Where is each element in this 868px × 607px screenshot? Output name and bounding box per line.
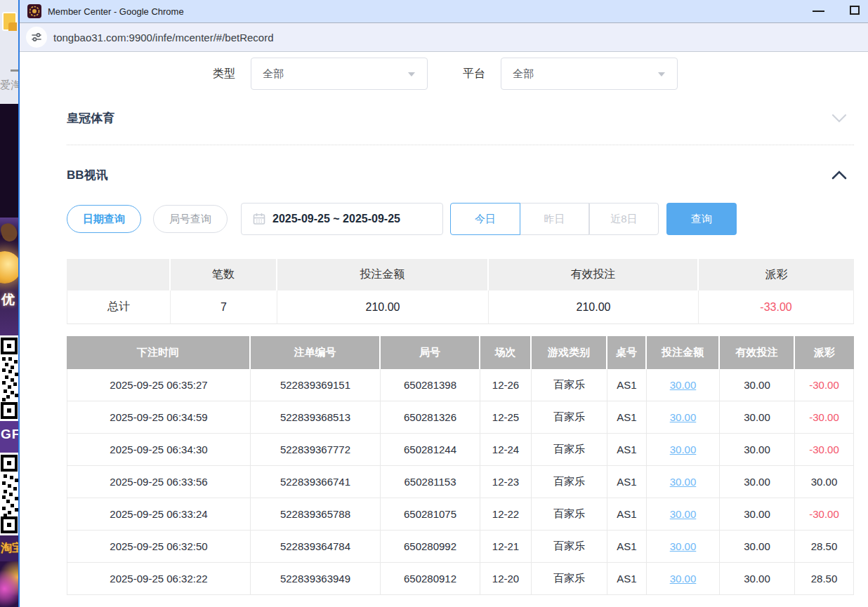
summary-header-empty — [67, 259, 171, 291]
bet-amount-link[interactable]: 30.00 — [647, 466, 720, 498]
browser-titlebar: Member Center - Google Chrome — [20, 0, 868, 23]
cell: 2025-09-25 06:32:50 — [67, 531, 251, 563]
summary-total-row: 总计 7 210.00 210.00 -33.00 — [67, 291, 854, 324]
table-body: 2025-09-25 06:35:27522839369151650281398… — [67, 369, 854, 595]
cell: 2025-09-25 06:33:56 — [67, 466, 251, 498]
type-filter-label: 类型 — [213, 58, 235, 90]
table-row: 2025-09-25 06:32:50522839364784650280992… — [67, 531, 854, 563]
column-header: 局号 — [381, 336, 480, 369]
site-settings-icon[interactable] — [26, 27, 47, 48]
cell: 百家乐 — [532, 369, 607, 401]
table-row: 2025-09-25 06:35:27522839369151650281398… — [67, 369, 854, 401]
column-header: 注单编号 — [251, 336, 381, 369]
summary-total-label: 总计 — [67, 291, 171, 324]
cell: AS1 — [607, 434, 647, 466]
cell: 12-24 — [480, 434, 532, 466]
cell: AS1 — [607, 563, 647, 595]
cell: 12-23 — [480, 466, 532, 498]
cell: 12-21 — [480, 531, 532, 563]
bet-amount-link[interactable]: 30.00 — [647, 401, 720, 434]
search-button[interactable]: 查询 — [666, 203, 737, 235]
cell: 650281075 — [381, 498, 480, 531]
cell: 12-20 — [480, 563, 532, 595]
bet-amount-link[interactable]: 30.00 — [647, 434, 720, 466]
cell: 百家乐 — [532, 498, 607, 531]
table-row: 2025-09-25 06:34:59522839368513650281326… — [67, 401, 854, 434]
cell: 522839368513 — [251, 401, 381, 434]
banner-graphic — [0, 222, 18, 244]
cell: 650281398 — [381, 369, 480, 401]
date-range-picker[interactable]: 2025-09-25 ~ 2025-09-25 — [241, 203, 443, 235]
cell: 650281244 — [381, 434, 480, 466]
gold-text-band: 淘宝 — [0, 535, 18, 561]
section-crown-sports[interactable]: 皇冠体育 — [67, 110, 114, 126]
cell: AS1 — [607, 498, 647, 531]
cell: 12-26 — [480, 369, 532, 401]
column-header: 派彩 — [795, 336, 854, 369]
table-row: 2025-09-25 06:32:22522839363949650280912… — [67, 563, 854, 595]
summary-header-count: 笔数 — [171, 259, 277, 291]
table-row: 2025-09-25 06:33:56522839366741650281153… — [67, 466, 854, 498]
qr-code-icon — [0, 453, 18, 535]
cell: 650280912 — [381, 563, 480, 595]
chevron-down-icon[interactable] — [831, 113, 848, 126]
quick-date-group: 今日 昨日 近8日 — [450, 203, 659, 235]
last-8-days-button[interactable]: 近8日 — [589, 203, 659, 235]
section-bb-video[interactable]: BB视讯 — [67, 167, 108, 183]
minimize-dash-icon — [11, 69, 18, 72]
cell: 12-25 — [480, 401, 532, 434]
cell: 28.50 — [795, 563, 854, 595]
cell: 百家乐 — [532, 531, 607, 563]
cell: AS1 — [607, 401, 647, 434]
summary-header-payout: 派彩 — [699, 259, 854, 291]
game-banner-edge: 优 — [0, 218, 18, 335]
webpage-dark-band — [0, 104, 18, 218]
cell: 百家乐 — [532, 434, 607, 466]
maximize-button[interactable] — [850, 6, 860, 15]
browser-address-bar[interactable]: tongbao31.com:9900/infe/mcenter/#/betRec… — [20, 23, 868, 52]
date-query-tab[interactable]: 日期查询 — [67, 205, 141, 233]
chevron-up-icon[interactable] — [831, 170, 848, 183]
query-controls: 日期查询 局号查询 2025-09-25 ~ 2025-09-25 今日 昨日 … — [67, 203, 737, 235]
bet-amount-link[interactable]: 30.00 — [647, 498, 720, 531]
url-text[interactable]: tongbao31.com:9900/infe/mcenter/#/betRec… — [53, 32, 274, 44]
neon-graphic-edge — [0, 561, 18, 607]
cell: 650281326 — [381, 401, 480, 434]
cell: 30.00 — [720, 434, 795, 466]
bet-amount-link[interactable]: 30.00 — [647, 563, 720, 595]
bet-record-page: 类型 全部 平台 全部 皇冠体育 BB视讯 日期查询 局号查询 — [20, 53, 868, 607]
platform-select[interactable]: 全部 — [501, 58, 678, 90]
summary-valid-bet-value: 210.00 — [489, 291, 699, 324]
today-button[interactable]: 今日 — [450, 203, 520, 235]
yesterday-button[interactable]: 昨日 — [520, 203, 589, 235]
section-divider — [67, 145, 854, 145]
cell: AS1 — [607, 531, 647, 563]
cell: -30.00 — [795, 369, 854, 401]
desktop-background-strip: 爱淘 优 GF — [0, 0, 18, 607]
cell: 30.00 — [720, 498, 795, 531]
bet-amount-link[interactable]: 30.00 — [647, 531, 720, 563]
cell: 12-22 — [480, 498, 532, 531]
calendar-icon — [253, 213, 265, 225]
banner-partial-text: GF — [1, 427, 18, 442]
site-favicon-icon — [27, 4, 41, 18]
browser-window: Member Center - Google Chrome tongbao31.… — [18, 0, 868, 607]
type-select[interactable]: 全部 — [251, 58, 428, 90]
cell: 650281153 — [381, 466, 480, 498]
cell: 百家乐 — [532, 401, 607, 434]
cell: 百家乐 — [532, 563, 607, 595]
column-header: 下注时间 — [67, 336, 251, 369]
column-header: 场次 — [480, 336, 532, 369]
banner-partial-text: 优 — [1, 291, 15, 309]
table-header-row: 下注时间注单编号局号场次游戏类别桌号投注金额有效投注派彩 — [67, 336, 854, 369]
table-row: 2025-09-25 06:33:24522839365788650281075… — [67, 498, 854, 531]
round-query-tab[interactable]: 局号查询 — [153, 205, 228, 233]
type-select-value: 全部 — [263, 67, 284, 81]
cell: -30.00 — [795, 434, 854, 466]
bet-amount-link[interactable]: 30.00 — [647, 369, 720, 401]
cell: 30.00 — [795, 466, 854, 498]
cell: 百家乐 — [532, 466, 607, 498]
cell: 522839363949 — [251, 563, 381, 595]
column-header: 有效投注 — [720, 336, 795, 369]
minimize-button[interactable] — [813, 11, 824, 12]
